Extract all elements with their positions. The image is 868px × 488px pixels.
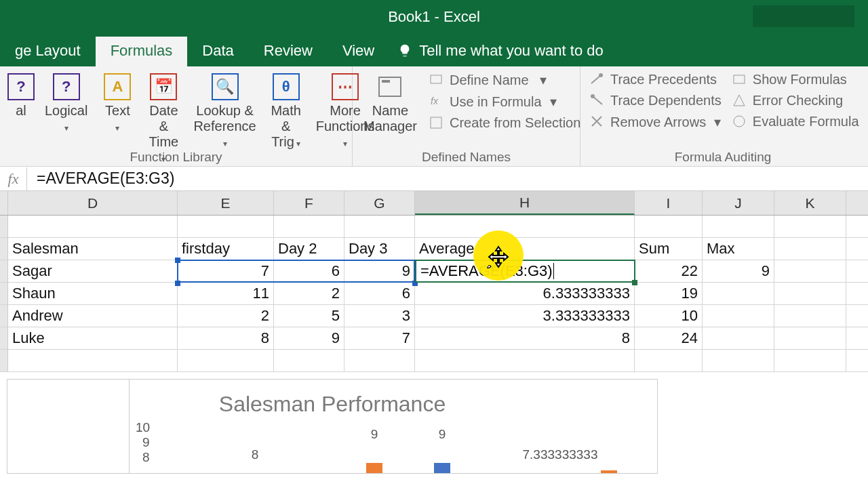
tab-page-layout[interactable]: ge Layout xyxy=(0,37,96,66)
cell[interactable]: 8 xyxy=(178,327,274,349)
cell[interactable]: Sagar xyxy=(8,260,178,282)
active-cell[interactable]: =AVERAGE(E3:G3) xyxy=(415,260,635,283)
cell[interactable] xyxy=(344,216,415,237)
cell[interactable]: Shaun xyxy=(8,283,178,304)
cell[interactable]: 6.333333333 xyxy=(415,283,635,304)
col-header-E[interactable]: E xyxy=(178,191,274,215)
bar-label: 9 xyxy=(371,427,378,442)
remove-arrows-icon xyxy=(590,115,605,129)
worksheet-grid[interactable]: D E F G H I J K Salesman firstday Day 2 … xyxy=(0,191,868,474)
cell[interactable] xyxy=(274,216,344,237)
cell[interactable]: 8 xyxy=(415,327,635,349)
fill-handle[interactable] xyxy=(632,280,637,285)
cell[interactable]: firstday xyxy=(178,238,274,260)
tab-view[interactable]: View xyxy=(328,37,389,66)
cell[interactable]: Sum xyxy=(635,238,703,260)
cell[interactable] xyxy=(703,305,774,327)
btn-evaluate-formula[interactable]: Evaluate Formula xyxy=(730,113,862,131)
row-header[interactable] xyxy=(0,350,8,371)
col-header-I[interactable]: I xyxy=(635,191,703,215)
cell[interactable]: 22 xyxy=(635,260,703,282)
row-header[interactable] xyxy=(0,283,8,304)
cell[interactable]: Day 2 xyxy=(274,238,344,260)
cell[interactable]: 2 xyxy=(274,283,344,304)
cell[interactable] xyxy=(774,305,846,327)
cell[interactable] xyxy=(635,350,703,371)
btn-trace-precedents[interactable]: Trace Precedents xyxy=(587,70,724,89)
chart[interactable]: Salesman Performance 10 9 8 8 9 9 7.3333… xyxy=(7,379,658,474)
group-function-library: ? al ? Logical▾ A Text▾ 📅 Date &Time ▾ 🔍… xyxy=(0,66,353,166)
cell[interactable]: 3 xyxy=(344,305,415,327)
cell[interactable]: 5 xyxy=(274,305,344,327)
cell[interactable]: 3.333333333 xyxy=(415,305,635,327)
tab-formulas[interactable]: Formulas xyxy=(96,37,188,66)
cell[interactable] xyxy=(178,216,274,237)
cell[interactable] xyxy=(774,238,846,260)
cell[interactable]: Salesman xyxy=(8,238,178,260)
cell[interactable] xyxy=(703,216,774,237)
cell[interactable]: Andrew xyxy=(8,305,178,327)
cell[interactable] xyxy=(344,350,415,371)
cell[interactable] xyxy=(774,350,846,371)
cell[interactable]: 24 xyxy=(635,327,703,349)
cell[interactable] xyxy=(774,216,846,237)
col-header-D[interactable]: D xyxy=(8,191,178,215)
cell[interactable] xyxy=(8,216,178,237)
cell[interactable] xyxy=(8,350,178,371)
col-header-K[interactable]: K xyxy=(774,191,846,215)
chart-plot: 10 9 8 8 9 9 7.333333333 xyxy=(140,420,650,473)
btn-remove-arrows[interactable]: Remove Arrows ▾ xyxy=(587,113,724,131)
btn-create-from-selection[interactable]: Create from Selection xyxy=(427,114,583,132)
row-header[interactable] xyxy=(0,238,8,260)
cell[interactable] xyxy=(703,350,774,371)
cell[interactable]: 19 xyxy=(635,283,703,304)
row-header[interactable] xyxy=(0,260,8,282)
cell[interactable]: Average xyxy=(415,238,635,260)
cell[interactable]: 10 xyxy=(635,305,703,327)
account-box[interactable] xyxy=(753,5,854,27)
select-all-corner[interactable] xyxy=(0,191,8,215)
cell[interactable]: Day 3 xyxy=(344,238,415,260)
row-header[interactable] xyxy=(0,305,8,327)
cell[interactable]: 2 xyxy=(178,305,274,327)
cell[interactable] xyxy=(774,327,846,349)
formula-input[interactable] xyxy=(27,168,868,189)
row-header[interactable] xyxy=(0,216,8,237)
col-header-F[interactable]: F xyxy=(274,191,344,215)
col-header-J[interactable]: J xyxy=(703,191,774,215)
tab-data[interactable]: Data xyxy=(187,37,248,66)
tell-me-search[interactable]: Tell me what you want to do xyxy=(389,37,611,66)
tab-review[interactable]: Review xyxy=(249,37,328,66)
fx-icon[interactable]: fx xyxy=(0,167,27,190)
cell[interactable]: 11 xyxy=(178,283,274,304)
cell[interactable] xyxy=(703,327,774,349)
cell[interactable] xyxy=(635,216,703,237)
chart-bar xyxy=(434,463,450,473)
cell[interactable]: 6 xyxy=(344,283,415,304)
btn-use-in-formula[interactable]: fx Use in Formula ▾ xyxy=(427,92,583,111)
cell[interactable] xyxy=(774,260,846,282)
cell[interactable] xyxy=(774,283,846,304)
cell[interactable] xyxy=(415,216,635,237)
trace-precedents-icon xyxy=(590,73,605,87)
cell[interactable]: 7 xyxy=(178,260,274,282)
btn-trace-dependents[interactable]: Trace Dependents xyxy=(587,92,724,110)
cell[interactable]: 9 xyxy=(274,327,344,349)
cell[interactable] xyxy=(415,350,635,371)
btn-define-name[interactable]: Define Name ▾ xyxy=(427,70,583,89)
cell[interactable]: 9 xyxy=(344,260,415,282)
col-header-G[interactable]: G xyxy=(344,191,415,215)
col-header-H[interactable]: H xyxy=(415,191,635,215)
cell[interactable] xyxy=(274,350,344,371)
cell[interactable] xyxy=(178,350,274,371)
cell[interactable]: 6 xyxy=(274,260,344,282)
btn-show-formulas[interactable]: Show Formulas xyxy=(730,70,862,89)
cell[interactable]: Luke xyxy=(8,327,178,349)
column-headers: D E F G H I J K xyxy=(0,191,868,216)
row-header[interactable] xyxy=(0,327,8,349)
cell[interactable]: Max xyxy=(703,238,774,260)
cell[interactable]: 9 xyxy=(703,260,774,282)
cell[interactable] xyxy=(703,283,774,304)
cell[interactable]: 7 xyxy=(344,327,415,349)
btn-error-checking[interactable]: Error Checking xyxy=(730,92,862,110)
